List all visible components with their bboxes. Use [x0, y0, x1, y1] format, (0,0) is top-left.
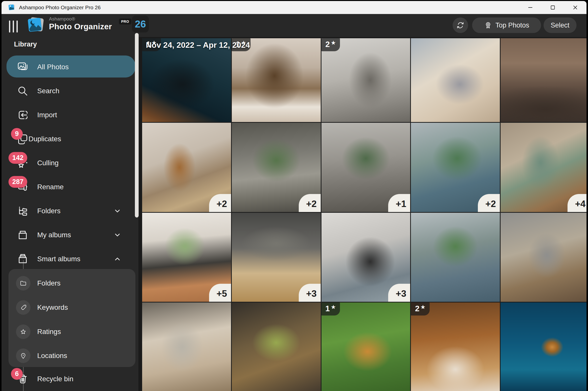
- photo-tile[interactable]: +5: [142, 213, 231, 302]
- tag-icon: [16, 300, 30, 315]
- photo-tile[interactable]: +1: [321, 123, 410, 212]
- sidebar-subitem-label: Ratings: [37, 328, 61, 336]
- more-count-badge: +3: [299, 284, 321, 302]
- sidebar-item-import[interactable]: Import: [1, 107, 138, 123]
- photo-tile[interactable]: +4: [501, 123, 587, 212]
- sidebar-item-smart-albums[interactable]: Smart albums: [1, 251, 138, 267]
- sidebar-subitem-ratings[interactable]: Ratings: [1, 324, 138, 339]
- smart-albums-icon: [17, 253, 28, 265]
- photo-tile[interactable]: [411, 38, 500, 122]
- star-icon: [16, 324, 30, 339]
- library-heading: Library: [14, 40, 37, 48]
- chevron-up-icon[interactable]: [113, 254, 122, 264]
- photo-tile[interactable]: 2★: [411, 302, 500, 391]
- more-count-badge: +4: [568, 194, 587, 212]
- folder-icon: [16, 276, 30, 290]
- chevron-down-icon[interactable]: [113, 230, 122, 240]
- photos-icon: [17, 61, 28, 73]
- photo-tile[interactable]: [501, 302, 587, 391]
- rating-badge: 2★: [321, 38, 340, 51]
- sidebar-item-label: Recycle bin: [37, 375, 73, 383]
- photo-tile[interactable]: 1★: [232, 38, 321, 122]
- photo-tile[interactable]: [411, 213, 500, 302]
- photo-tile[interactable]: +2: [142, 123, 231, 212]
- more-count-badge: +1: [388, 194, 410, 212]
- more-count-badge: +2: [478, 194, 500, 212]
- select-label: Select: [551, 22, 569, 29]
- brand-main-label: Photo Organizer: [49, 22, 112, 30]
- date-range-header: Nov 24, 2022 – Apr 12, 2024: [146, 40, 250, 50]
- star-icon: ★: [331, 304, 335, 310]
- sidebar-subitem-label: Folders: [37, 279, 60, 287]
- minimize-button[interactable]: [519, 1, 542, 14]
- sidebar-item-label: Folders: [37, 207, 60, 215]
- pin-icon: [16, 348, 30, 363]
- star-icon: ★: [421, 304, 425, 310]
- photo-tile[interactable]: +3: [232, 213, 321, 302]
- culling-count-badge: 142: [8, 152, 27, 164]
- photo-tile[interactable]: [501, 38, 587, 122]
- sidebar-item-label: All Photos: [37, 63, 69, 71]
- search-icon: [17, 85, 28, 97]
- chevron-down-icon[interactable]: [113, 206, 122, 216]
- refresh-button[interactable]: [453, 18, 468, 33]
- folder-tree-icon: [17, 205, 28, 217]
- albums-icon: [17, 229, 28, 241]
- rename-count-badge: 287: [8, 176, 27, 188]
- recycle-count-badge: 6: [11, 368, 23, 380]
- photo-grid: 1★ 1★ 2★ +2 +2 +1 +2 +4 +5 +3 +3: [142, 38, 587, 391]
- award-icon: [484, 21, 492, 30]
- more-count-badge: +3: [388, 284, 410, 302]
- photo-tile[interactable]: +2: [232, 123, 321, 212]
- brand-logo-icon: [26, 16, 45, 35]
- top-photos-label: Top Photos: [495, 22, 529, 29]
- sidebar-subitem-keywords[interactable]: Keywords: [1, 300, 138, 315]
- sidebar-item-search[interactable]: Search: [1, 83, 138, 99]
- more-count-badge: +5: [209, 284, 231, 302]
- sidebar-subitem-label: Keywords: [37, 304, 68, 312]
- photo-tile[interactable]: [142, 302, 231, 391]
- sidebar-subitem-locations[interactable]: Locations: [1, 348, 138, 363]
- version-number: 26: [135, 18, 146, 30]
- app-window: Ashampoo Photo Organizer Pro 26 Ash: [1, 1, 587, 391]
- sidebar-item-label: Import: [37, 111, 57, 119]
- photo-tile[interactable]: 1★: [142, 38, 231, 122]
- app-header: Ashampoo® Photo Organizer PRO 26 Top Pho…: [1, 14, 587, 37]
- sidebar-item-all-photos[interactable]: All Photos: [1, 59, 138, 75]
- rating-badge: 2★: [411, 302, 430, 316]
- sidebar-item-label: My albums: [37, 231, 71, 239]
- sidebar-item-folders[interactable]: Folders: [1, 203, 138, 219]
- star-icon: ★: [331, 40, 335, 45]
- more-count-badge: +2: [299, 194, 321, 212]
- photo-tile[interactable]: +2: [411, 123, 500, 212]
- more-count-badge: +2: [209, 194, 231, 212]
- photo-tile[interactable]: +3: [321, 213, 410, 302]
- menu-icon[interactable]: [9, 20, 20, 32]
- photo-tile[interactable]: [501, 213, 587, 302]
- duplicates-count-badge: 9: [11, 128, 23, 140]
- refresh-icon: [456, 21, 465, 30]
- top-photos-button[interactable]: Top Photos: [472, 18, 541, 33]
- brand-small-label: Ashampoo®: [49, 16, 112, 21]
- maximize-button[interactable]: [542, 1, 564, 14]
- pro-badge: PRO: [119, 18, 131, 24]
- sidebar: Library All Photos Search: [1, 37, 138, 391]
- photo-tile[interactable]: [232, 302, 321, 391]
- version-badge: 26: [132, 16, 149, 32]
- sidebar-item-label: Culling: [37, 159, 59, 167]
- close-button[interactable]: [564, 1, 587, 14]
- sidebar-subitem-folders[interactable]: Folders: [1, 276, 138, 290]
- sidebar-item-label: Duplicates: [28, 135, 61, 143]
- rating-badge: 1★: [321, 302, 340, 316]
- photo-tile[interactable]: 2★: [321, 38, 410, 122]
- sidebar-item-my-albums[interactable]: My albums: [1, 227, 138, 243]
- scrollbar-thumb[interactable]: [135, 33, 139, 218]
- sidebar-item-label: Rename: [37, 183, 64, 191]
- app-logo-icon: [8, 4, 15, 11]
- title-bar: Ashampoo Photo Organizer Pro 26: [1, 1, 587, 14]
- select-button[interactable]: Select: [544, 18, 577, 33]
- import-icon: [17, 109, 28, 121]
- sidebar-subitem-label: Locations: [37, 352, 67, 360]
- window-title: Ashampoo Photo Organizer Pro 26: [19, 4, 101, 10]
- photo-tile[interactable]: 1★: [321, 302, 410, 391]
